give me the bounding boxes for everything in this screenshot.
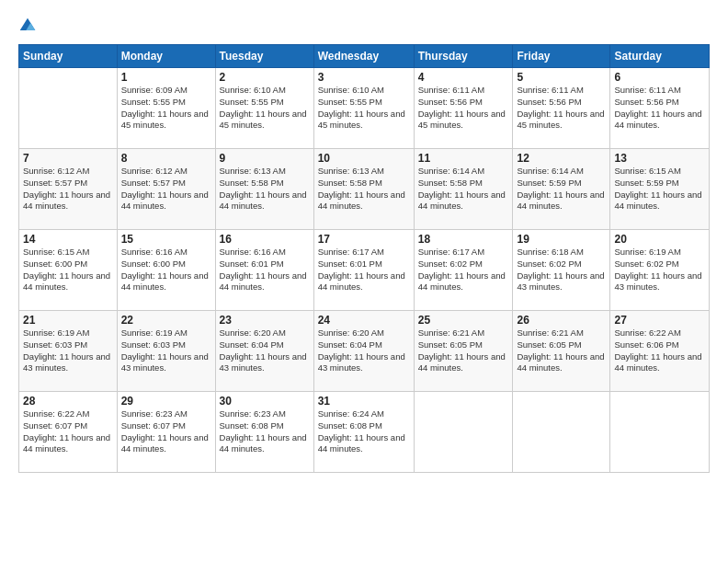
day-number: 12 [517,152,606,165]
day-info: Sunrise: 6:11 AM Sunset: 5:56 PM Dayligh… [418,85,509,132]
calendar-cell: 28Sunrise: 6:22 AM Sunset: 6:07 PM Dayli… [19,392,118,473]
header-cell-tuesday: Tuesday [215,45,313,68]
calendar-cell: 15Sunrise: 6:16 AM Sunset: 6:00 PM Dayli… [117,230,215,311]
day-info: Sunrise: 6:09 AM Sunset: 5:55 PM Dayligh… [121,85,211,132]
day-number: 4 [418,71,509,84]
calendar-cell: 14Sunrise: 6:15 AM Sunset: 6:00 PM Dayli… [19,230,118,311]
day-number: 31 [318,395,410,408]
header-cell-monday: Monday [117,45,215,68]
day-number: 23 [220,314,310,327]
calendar-cell: 10Sunrise: 6:13 AM Sunset: 5:58 PM Dayli… [313,149,414,230]
calendar-cell: 16Sunrise: 6:16 AM Sunset: 6:01 PM Dayli… [215,230,313,311]
day-number: 1 [121,71,211,84]
week-row-3: 21Sunrise: 6:19 AM Sunset: 6:03 PM Dayli… [19,311,710,392]
day-info: Sunrise: 6:11 AM Sunset: 5:56 PM Dayligh… [614,85,705,132]
week-row-0: 1Sunrise: 6:09 AM Sunset: 5:55 PM Daylig… [19,68,710,149]
week-row-2: 14Sunrise: 6:15 AM Sunset: 6:00 PM Dayli… [19,230,710,311]
calendar-cell: 17Sunrise: 6:17 AM Sunset: 6:01 PM Dayli… [313,230,414,311]
logo-icon [18,17,37,35]
calendar-cell: 1Sunrise: 6:09 AM Sunset: 5:55 PM Daylig… [117,68,215,149]
week-row-4: 28Sunrise: 6:22 AM Sunset: 6:07 PM Dayli… [19,392,710,473]
day-number: 30 [220,395,310,408]
day-number: 2 [220,71,310,84]
calendar-cell: 30Sunrise: 6:23 AM Sunset: 6:08 PM Dayli… [215,392,313,473]
day-number: 24 [318,314,410,327]
calendar-cell: 31Sunrise: 6:24 AM Sunset: 6:08 PM Dayli… [313,392,414,473]
header-cell-sunday: Sunday [19,45,118,68]
day-info: Sunrise: 6:14 AM Sunset: 5:59 PM Dayligh… [517,166,606,213]
header-cell-thursday: Thursday [414,45,513,68]
day-number: 13 [614,152,705,165]
day-info: Sunrise: 6:16 AM Sunset: 6:01 PM Dayligh… [220,247,310,293]
day-number: 18 [418,233,509,246]
day-info: Sunrise: 6:12 AM Sunset: 5:57 PM Dayligh… [121,166,211,213]
calendar-cell: 2Sunrise: 6:10 AM Sunset: 5:55 PM Daylig… [215,68,313,149]
day-number: 16 [220,233,310,246]
calendar-cell: 12Sunrise: 6:14 AM Sunset: 5:59 PM Dayli… [513,149,610,230]
day-number: 25 [418,314,509,327]
calendar-cell: 21Sunrise: 6:19 AM Sunset: 6:03 PM Dayli… [19,311,118,392]
day-info: Sunrise: 6:23 AM Sunset: 6:07 PM Dayligh… [121,408,211,455]
day-info: Sunrise: 6:13 AM Sunset: 5:58 PM Dayligh… [220,166,310,213]
calendar-cell: 29Sunrise: 6:23 AM Sunset: 6:07 PM Dayli… [117,392,215,473]
day-info: Sunrise: 6:17 AM Sunset: 6:01 PM Dayligh… [318,247,410,293]
logo [18,17,40,35]
day-number: 15 [121,233,211,246]
calendar-cell: 19Sunrise: 6:18 AM Sunset: 6:02 PM Dayli… [513,230,610,311]
calendar-cell: 4Sunrise: 6:11 AM Sunset: 5:56 PM Daylig… [414,68,513,149]
day-info: Sunrise: 6:11 AM Sunset: 5:56 PM Dayligh… [517,85,606,132]
header-row: SundayMondayTuesdayWednesdayThursdayFrid… [19,45,710,68]
calendar-cell: 27Sunrise: 6:22 AM Sunset: 6:06 PM Dayli… [610,311,710,392]
day-number: 26 [517,314,606,327]
day-info: Sunrise: 6:15 AM Sunset: 5:59 PM Dayligh… [614,166,705,213]
calendar-cell [513,392,610,473]
day-info: Sunrise: 6:10 AM Sunset: 5:55 PM Dayligh… [318,85,410,132]
calendar-cell [610,392,710,473]
day-number: 5 [517,71,606,84]
calendar-cell: 25Sunrise: 6:21 AM Sunset: 6:05 PM Dayli… [414,311,513,392]
calendar-cell: 13Sunrise: 6:15 AM Sunset: 5:59 PM Dayli… [610,149,710,230]
day-info: Sunrise: 6:24 AM Sunset: 6:08 PM Dayligh… [318,408,410,455]
week-row-1: 7Sunrise: 6:12 AM Sunset: 5:57 PM Daylig… [19,149,710,230]
day-info: Sunrise: 6:22 AM Sunset: 6:07 PM Dayligh… [23,408,113,455]
calendar-cell [414,392,513,473]
page: SundayMondayTuesdayWednesdayThursdayFrid… [0,0,728,563]
day-info: Sunrise: 6:19 AM Sunset: 6:02 PM Dayligh… [614,247,705,293]
calendar-cell: 18Sunrise: 6:17 AM Sunset: 6:02 PM Dayli… [414,230,513,311]
day-info: Sunrise: 6:12 AM Sunset: 5:57 PM Dayligh… [23,166,113,213]
day-info: Sunrise: 6:21 AM Sunset: 6:05 PM Dayligh… [418,327,509,374]
day-info: Sunrise: 6:19 AM Sunset: 6:03 PM Dayligh… [121,327,211,374]
day-number: 8 [121,152,211,165]
day-number: 22 [121,314,211,327]
day-info: Sunrise: 6:18 AM Sunset: 6:02 PM Dayligh… [517,247,606,293]
day-info: Sunrise: 6:20 AM Sunset: 6:04 PM Dayligh… [318,327,410,374]
day-info: Sunrise: 6:13 AM Sunset: 5:58 PM Dayligh… [318,166,410,213]
day-info: Sunrise: 6:15 AM Sunset: 6:00 PM Dayligh… [23,247,113,293]
day-info: Sunrise: 6:19 AM Sunset: 6:03 PM Dayligh… [23,327,113,374]
header-cell-saturday: Saturday [610,45,710,68]
header-cell-friday: Friday [513,45,610,68]
day-number: 19 [517,233,606,246]
calendar-cell: 26Sunrise: 6:21 AM Sunset: 6:05 PM Dayli… [513,311,610,392]
calendar-cell: 9Sunrise: 6:13 AM Sunset: 5:58 PM Daylig… [215,149,313,230]
day-number: 20 [614,233,705,246]
calendar-cell: 5Sunrise: 6:11 AM Sunset: 5:56 PM Daylig… [513,68,610,149]
day-info: Sunrise: 6:16 AM Sunset: 6:00 PM Dayligh… [121,247,211,293]
day-number: 3 [318,71,410,84]
day-number: 7 [23,152,113,165]
calendar-cell [19,68,118,149]
calendar-cell: 11Sunrise: 6:14 AM Sunset: 5:58 PM Dayli… [414,149,513,230]
calendar-cell: 23Sunrise: 6:20 AM Sunset: 6:04 PM Dayli… [215,311,313,392]
day-number: 10 [318,152,410,165]
day-number: 11 [418,152,509,165]
day-number: 17 [318,233,410,246]
day-info: Sunrise: 6:21 AM Sunset: 6:05 PM Dayligh… [517,327,606,374]
day-number: 27 [614,314,705,327]
day-number: 14 [23,233,113,246]
day-info: Sunrise: 6:17 AM Sunset: 6:02 PM Dayligh… [418,247,509,293]
day-number: 9 [220,152,310,165]
calendar-cell: 7Sunrise: 6:12 AM Sunset: 5:57 PM Daylig… [19,149,118,230]
day-info: Sunrise: 6:22 AM Sunset: 6:06 PM Dayligh… [614,327,705,374]
calendar-cell: 6Sunrise: 6:11 AM Sunset: 5:56 PM Daylig… [610,68,710,149]
day-info: Sunrise: 6:14 AM Sunset: 5:58 PM Dayligh… [418,166,509,213]
